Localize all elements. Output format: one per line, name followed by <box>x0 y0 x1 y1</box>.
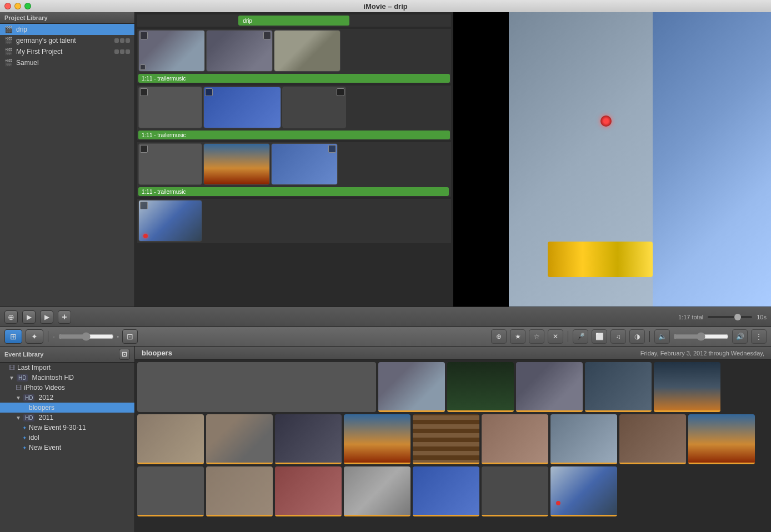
event-tree-new-event-9-30-11[interactable]: ✦ New Event 9-30-11 <box>0 423 134 433</box>
chevron-down-icon: ▼ <box>16 415 21 421</box>
event-clip[interactable] <box>378 362 445 412</box>
clip-thumb[interactable] <box>138 200 202 242</box>
event-clip[interactable] <box>482 414 548 464</box>
separator <box>568 331 568 342</box>
audio-button[interactable]: ♫ <box>610 329 626 344</box>
thumbnail-size-btn[interactable]: ⊡ <box>122 329 138 344</box>
clip-thumb[interactable] <box>274 30 341 72</box>
clip-checkbox[interactable] <box>140 145 148 153</box>
event-tree-new-event[interactable]: ✦ New Event <box>0 443 134 453</box>
clip-thumb[interactable] <box>206 30 273 72</box>
maximize-button[interactable] <box>24 3 31 9</box>
microphone-button[interactable]: 🎤 <box>573 329 588 344</box>
timeline-zoom-slider[interactable] <box>708 316 752 318</box>
select-tool-button[interactable]: ⊕ <box>491 329 507 344</box>
play-from-start-button[interactable]: ▶ <box>22 310 36 324</box>
event-clip[interactable] <box>654 362 720 412</box>
event-clip[interactable] <box>344 414 410 464</box>
favorite-button[interactable]: ★ <box>510 329 525 344</box>
event-clip[interactable] <box>344 466 410 516</box>
crop-button[interactable]: ⬜ <box>592 329 607 344</box>
clip-checkbox[interactable] <box>205 88 213 96</box>
preview-red-eye <box>600 116 612 127</box>
view-mode-button[interactable]: ⊞ <box>4 329 22 344</box>
clip-checkbox[interactable] <box>140 32 148 39</box>
event-library-action[interactable]: ⊡ <box>119 349 130 360</box>
event-clip-wide[interactable] <box>137 362 376 412</box>
preview-panel <box>453 12 772 307</box>
event-clip[interactable] <box>137 414 204 464</box>
clip-selection-bar <box>688 463 755 464</box>
event-tree-2011[interactable]: ▼ HD 2011 <box>0 413 134 423</box>
event-clip[interactable] <box>688 414 755 464</box>
clip-thumb[interactable] <box>271 143 338 185</box>
timeline-row-1: 1:11 - trailermusic <box>137 29 451 83</box>
event-clip[interactable] <box>206 414 273 464</box>
zoom-slider[interactable] <box>58 332 114 341</box>
event-header: bloopers Friday, February 3, 2012 throug… <box>135 347 771 360</box>
unfavorite-button[interactable]: ☆ <box>529 329 544 344</box>
separator <box>649 331 650 342</box>
clip-thumb[interactable] <box>203 143 270 185</box>
color-button[interactable]: ◑ <box>629 329 645 344</box>
event-clip[interactable] <box>619 414 686 464</box>
event-clip[interactable] <box>447 362 514 412</box>
import-button[interactable]: ⊕ <box>4 310 18 324</box>
event-tree-idol[interactable]: ✦ idol <box>0 433 134 443</box>
event-clip[interactable] <box>137 466 204 516</box>
timeline-clips-1 <box>137 29 451 73</box>
add-clip-button[interactable]: + <box>58 310 71 324</box>
event-clip[interactable] <box>550 466 617 516</box>
event-clip[interactable] <box>516 362 583 412</box>
sidebar-item-drip[interactable]: 🎬 drip <box>0 24 134 35</box>
event-clip[interactable] <box>275 466 342 516</box>
event-clips-grid <box>135 360 771 532</box>
clip-checkbox[interactable] <box>140 88 148 96</box>
clip-thumb[interactable] <box>282 87 346 128</box>
sidebar-item-my-first-project[interactable]: 🎬 My First Project <box>0 46 134 57</box>
tree-item-label: 2012 <box>38 394 53 401</box>
sidebar-item-germanys-got-talent[interactable]: 🎬 germany's got talent <box>0 35 134 46</box>
more-options-button[interactable]: ⋮ <box>751 329 767 344</box>
sidebar-item-samuel[interactable]: 🎬 Samuel <box>0 57 134 68</box>
volume-up-icon: 🔊 <box>732 329 748 344</box>
clip-selection-bar <box>137 463 204 464</box>
event-tree-2012[interactable]: ▼ HD 2012 <box>0 393 134 403</box>
project-timeline-area[interactable]: drip 1:11 - <box>135 12 453 307</box>
tree-item-label: 2011 <box>38 414 53 421</box>
preview-video <box>509 12 772 307</box>
clip-thumb[interactable] <box>203 87 281 128</box>
clip-thumb[interactable] <box>138 143 202 185</box>
play-button[interactable]: ▶ <box>40 310 53 324</box>
volume-slider[interactable] <box>673 332 729 341</box>
event-clip[interactable] <box>550 414 617 464</box>
wand-button[interactable]: ✦ <box>26 329 43 344</box>
clip-thumb[interactable] <box>138 30 205 72</box>
clip-checkbox-right[interactable] <box>337 88 344 96</box>
close-button[interactable] <box>4 3 11 9</box>
event-tree-bloopers[interactable]: ✦ bloopers <box>0 403 134 413</box>
event-clip[interactable] <box>585 362 652 412</box>
clip-selection-bar <box>550 463 617 464</box>
hd-badge: HD <box>23 394 34 401</box>
clip-thumb[interactable] <box>138 87 202 128</box>
event-tree-iphoto-videos[interactable]: 🎞 iPhoto Videos <box>0 383 134 393</box>
clip-checkbox-right[interactable] <box>263 32 271 39</box>
audio-bar-label: 1:11 - trailermusic <box>142 76 186 82</box>
event-clip[interactable] <box>206 466 273 516</box>
event-clip[interactable] <box>482 466 548 516</box>
clip-selection-bar <box>378 410 445 412</box>
event-clip[interactable] <box>275 414 342 464</box>
event-clip[interactable] <box>413 466 479 516</box>
film-icon: 🎞 <box>9 364 15 371</box>
clip-checkbox-right[interactable] <box>328 145 336 153</box>
item-badge <box>114 38 130 43</box>
event-tree-last-import[interactable]: 🎞 Last Import <box>0 363 134 373</box>
clip-checkbox[interactable] <box>140 202 148 209</box>
minimize-button[interactable] <box>14 3 21 9</box>
event-clip[interactable] <box>413 414 479 464</box>
audio-bar-label: 1:11 - trailermusic <box>142 189 186 195</box>
event-tree-macintosh-hd[interactable]: ▼ HD Macintosh HD <box>0 373 134 383</box>
bottom-section: Event Library ⊡ 🎞 Last Import ▼ HD Macin… <box>0 347 771 532</box>
reject-button[interactable]: ✕ <box>548 329 563 344</box>
